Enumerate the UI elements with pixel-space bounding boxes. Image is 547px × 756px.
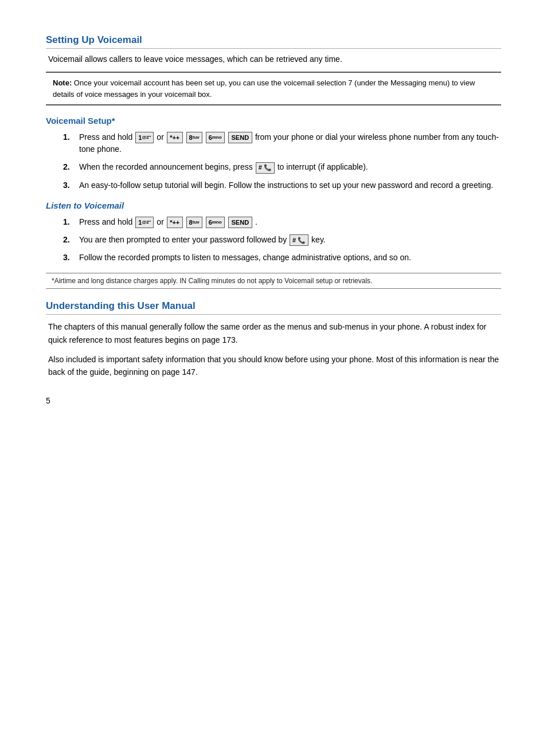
step-content: Follow the recorded prompts to listen to… xyxy=(79,252,501,264)
listen-voicemail-subtitle: Listen to Voicemail xyxy=(46,201,501,210)
step-content: Press and hold 1@2" or *++ 8tuv 6mno SEN… xyxy=(79,216,501,228)
note-box: Note: Once your voicemail account has be… xyxy=(46,72,501,105)
step-content: Press and hold 1@2" or *++ 8tuv 6mno SEN… xyxy=(79,131,501,155)
voicemail-intro: Voicemail allows callers to leave voice … xyxy=(46,54,501,64)
list-item: 2. You are then prompted to enter your p… xyxy=(63,234,501,246)
step-number: 3. xyxy=(63,179,79,191)
step-number: 1. xyxy=(63,216,79,228)
step-number: 1. xyxy=(63,131,79,155)
key-pound2: # 📞 xyxy=(290,234,308,246)
key-1b: 1@2" xyxy=(135,217,154,228)
footnote-box: *Airtime and long distance charges apply… xyxy=(46,273,501,289)
footnote-text: *Airtime and long distance charges apply… xyxy=(52,277,372,285)
key-star: *++ xyxy=(167,132,183,143)
step-content: When the recorded announcement begins, p… xyxy=(79,161,501,173)
key-6b: 6mno xyxy=(206,217,225,228)
voicemail-setup-subtitle: Voicemail Setup* xyxy=(46,116,501,126)
key-8: 8tuv xyxy=(186,132,202,143)
key-pound: # 📞 xyxy=(256,162,275,174)
understanding-para2: Also included is important safety inform… xyxy=(46,353,501,379)
voicemail-setup-list: 1. Press and hold 1@2" or *++ 8tuv 6mno … xyxy=(63,131,501,191)
key-starb: *++ xyxy=(167,217,183,228)
understanding-para1: The chapters of this manual generally fo… xyxy=(46,320,501,346)
key-sendb: SEND xyxy=(228,217,253,228)
list-item: 1. Press and hold 1@2" or *++ 8tuv 6mno … xyxy=(63,131,501,155)
voicemail-section-title: Setting Up Voicemail xyxy=(46,34,501,49)
step-content: An easy-to-follow setup tutorial will be… xyxy=(79,179,501,191)
understanding-section: Understanding this User Manual The chapt… xyxy=(46,300,501,379)
step-number: 2. xyxy=(63,161,79,173)
step-number: 2. xyxy=(63,234,79,246)
key-6: 6mno xyxy=(206,132,225,143)
note-text: Once your voicemail account has been set… xyxy=(53,79,475,99)
understanding-section-title: Understanding this User Manual xyxy=(46,300,501,315)
list-item: 3. Follow the recorded prompts to listen… xyxy=(63,252,501,264)
list-item: 3. An easy-to-follow setup tutorial will… xyxy=(63,179,501,191)
list-item: 1. Press and hold 1@2" or *++ 8tuv 6mno … xyxy=(63,216,501,228)
key-send: SEND xyxy=(228,132,253,143)
key-8b: 8tuv xyxy=(186,217,202,228)
step-number: 3. xyxy=(63,252,79,264)
list-item: 2. When the recorded announcement begins… xyxy=(63,161,501,173)
note-label: Note: xyxy=(53,79,72,87)
listen-voicemail-list: 1. Press and hold 1@2" or *++ 8tuv 6mno … xyxy=(63,216,501,264)
key-1: 1@2" xyxy=(135,132,154,143)
page-number: 5 xyxy=(46,396,501,405)
step-content: You are then prompted to enter your pass… xyxy=(79,234,501,246)
